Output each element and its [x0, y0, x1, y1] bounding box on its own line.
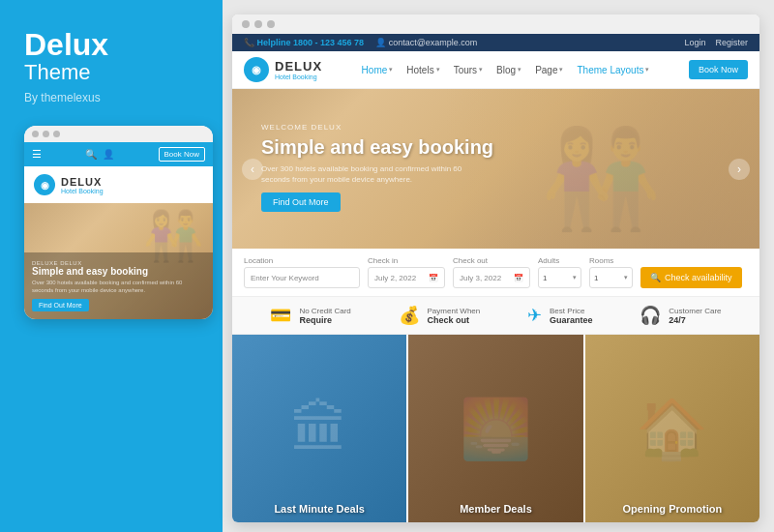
nav-logo-name: DELUX [275, 59, 322, 74]
desktop-find-out-more-button[interactable]: Find Out More [261, 192, 341, 212]
hero-title: Simple and easy booking [261, 135, 493, 159]
checkout-label: Check out [453, 256, 530, 265]
rooms-field: Rooms 1 ▾ [589, 256, 633, 288]
deals-section: 🏛 Last Minute Deals 🌅 Member Deals 🏠 Ope… [232, 335, 759, 522]
nav-link-hotels[interactable]: Hotels ▾ [406, 65, 439, 75]
helpline-label: Helpline [257, 38, 291, 47]
brand-title: Delux [24, 29, 203, 60]
desktop-dot-3 [267, 20, 275, 28]
feature-title: Best Price [550, 307, 593, 315]
feature-text: No Credit Card Require [299, 307, 350, 325]
nav-link-tours[interactable]: Tours ▾ [454, 65, 483, 75]
hamburger-icon[interactable]: ☰ [32, 148, 42, 161]
mobile-hero-overlay: DELUXE DELUX Simple and easy booking Ove… [24, 252, 213, 320]
adults-select[interactable]: 1 ▾ [538, 267, 581, 288]
mobile-logo-text: DELUX Hotel Booking [61, 176, 104, 194]
feature-bold: Check out [428, 315, 481, 325]
chevron-down-icon: ▾ [645, 66, 649, 74]
desktop-dots-bar [232, 15, 759, 34]
nav-link-blog[interactable]: Blog ▾ [496, 65, 521, 75]
location-label: Location [244, 256, 360, 265]
check-availability-button[interactable]: 🔍 Check availability [640, 267, 742, 288]
calendar-icon: 📅 [429, 274, 438, 282]
deal-decor-1: 🏛 [232, 335, 406, 522]
chevron-down-icon: ▾ [518, 66, 521, 74]
mobile-hero-title: Simple and easy booking [32, 266, 205, 278]
mobile-header: ☰ 🔍 👤 Book Now [24, 142, 213, 166]
best-price-icon: ✈ [527, 305, 542, 326]
chevron-down-icon: ▾ [573, 274, 577, 281]
adults-field: Adults 1 ▾ [538, 256, 581, 288]
brand-sub: Theme [24, 60, 203, 85]
mobile-dot-1 [32, 131, 39, 137]
hero-prev-arrow[interactable]: ‹ [242, 159, 263, 180]
deal-card-opening-promotion[interactable]: 🏠 Opening Promotion [585, 335, 759, 522]
feature-text: Payment When Check out [428, 307, 481, 325]
mobile-book-button[interactable]: Book Now [159, 147, 205, 162]
feature-bold: Guarantee [550, 315, 593, 325]
user-icon[interactable]: 👤 [103, 149, 114, 160]
desktop-hero: 👫 ‹ › WELCOME DELUX Simple and easy book… [232, 89, 759, 249]
deal-label-2: Member Deals [408, 503, 582, 515]
feature-text: Customer Care 24/7 [669, 307, 721, 325]
deal-card-member[interactable]: 🌅 Member Deals [408, 335, 584, 522]
mobile-nav-icons: 🔍 👤 [85, 149, 114, 160]
mobile-logo-name: DELUX [61, 176, 104, 188]
desktop-dot-1 [242, 20, 250, 28]
mobile-logo-area: ◉ DELUX Hotel Booking [24, 166, 213, 203]
login-link[interactable]: Login [684, 38, 705, 47]
deal-card-last-minute[interactable]: 🏛 Last Minute Deals [232, 335, 408, 522]
search-bar: Location Enter Your Keyword Check in Jul… [232, 249, 759, 297]
mobile-logo-icon: ◉ [34, 174, 55, 195]
feature-title: Payment When [428, 307, 481, 315]
rooms-select[interactable]: 1 ▾ [589, 267, 633, 288]
navigation-bar: ◉ DELUX Hotel Booking Home ▾ Hotels ▾ To… [232, 51, 759, 89]
customer-care-icon: 🎧 [640, 305, 661, 326]
hero-people: 👫 [541, 122, 662, 236]
utility-bar: 📞 Helpline 1800 - 123 456 78 👤 contact@e… [232, 34, 759, 51]
nav-link-page[interactable]: Page ▾ [535, 65, 563, 75]
right-panel: 📞 Helpline 1800 - 123 456 78 👤 contact@e… [223, 0, 774, 532]
desktop-dot-2 [254, 20, 262, 28]
feature-title: Customer Care [669, 307, 721, 315]
search-icon[interactable]: 🔍 [85, 149, 97, 160]
search-icon: 🔍 [650, 273, 661, 282]
nav-link-theme-layouts[interactable]: Theme Layouts ▾ [577, 65, 649, 75]
deal-decor-3: 🏠 [585, 335, 759, 522]
calendar-icon: 📅 [514, 274, 523, 282]
feature-no-credit-card: 💳 No Credit Card Require [270, 305, 350, 326]
nav-logo-icon: ◉ [244, 57, 269, 82]
deal-decor-2: 🌅 [408, 335, 582, 522]
mobile-dots-bar [24, 126, 213, 142]
phone-info: 📞 Helpline 1800 - 123 456 78 [244, 38, 364, 47]
mobile-mockup: ☰ 🔍 👤 Book Now ◉ DELUX Hotel Booking 👫 D… [24, 126, 213, 319]
chevron-down-icon: ▾ [436, 66, 440, 74]
register-link[interactable]: Register [715, 38, 748, 47]
feature-payment: 💰 Payment When Check out [399, 305, 481, 326]
brand-by: By themelexus [24, 91, 203, 104]
nav-links: Home ▾ Hotels ▾ Tours ▾ Blog ▾ Page ▾ Th… [362, 65, 650, 75]
util-left: 📞 Helpline 1800 - 123 456 78 👤 contact@e… [244, 38, 477, 47]
mobile-dot-2 [43, 131, 49, 137]
chevron-down-icon: ▾ [559, 66, 563, 74]
hero-next-arrow[interactable]: › [729, 159, 750, 180]
checkin-input[interactable]: July 2, 2022 📅 [368, 267, 445, 288]
checkout-field: Check out July 3, 2022 📅 [453, 256, 530, 288]
credit-card-icon: 💳 [270, 305, 291, 326]
nav-logo: ◉ DELUX Hotel Booking [244, 57, 322, 82]
desktop-book-now-button[interactable]: Book Now [689, 60, 748, 79]
hero-content: WELCOME DELUX Simple and easy booking Ov… [261, 123, 493, 212]
location-input[interactable]: Enter Your Keyword [244, 267, 360, 288]
mobile-find-out-more-button[interactable]: Find Out More [32, 299, 89, 311]
mobile-dot-3 [53, 131, 60, 137]
feature-best-price: ✈ Best Price Guarantee [527, 305, 593, 326]
chevron-down-icon: ▾ [389, 66, 393, 74]
feature-bold: 24/7 [669, 315, 721, 325]
features-strip: 💳 No Credit Card Require 💰 Payment When … [232, 297, 759, 335]
checkout-input[interactable]: July 3, 2022 📅 [453, 267, 530, 288]
checkin-field: Check in July 2, 2022 📅 [368, 256, 445, 288]
nav-link-home[interactable]: Home ▾ [362, 65, 394, 75]
nav-logo-sub: Hotel Booking [275, 74, 322, 80]
feature-title: No Credit Card [299, 307, 350, 315]
nav-logo-text: DELUX Hotel Booking [275, 59, 322, 80]
